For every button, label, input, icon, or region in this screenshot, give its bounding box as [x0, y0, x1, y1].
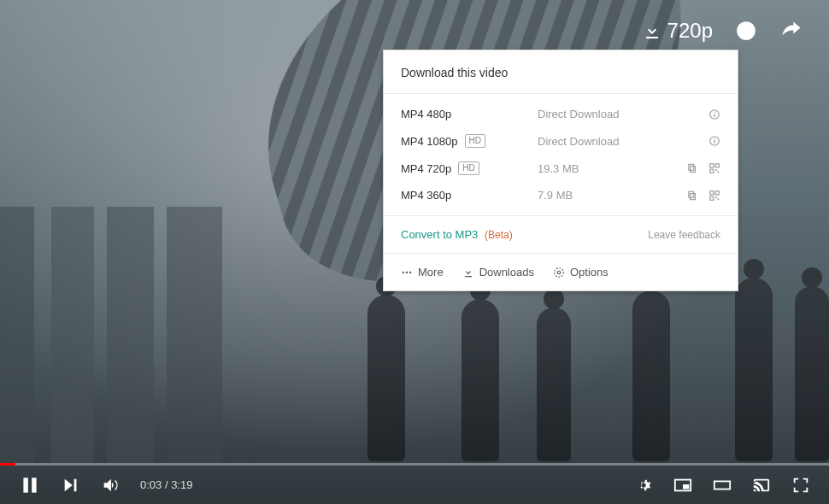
share-button[interactable] [779, 19, 803, 43]
format-label: MP4 720p [401, 162, 451, 175]
svg-rect-12 [718, 172, 720, 173]
background-graphic [462, 299, 499, 461]
svg-point-20 [403, 271, 404, 273]
feedback-link[interactable]: Leave feedback [648, 229, 720, 241]
download-panel: Download this video MP4 480p Direct Down… [383, 50, 738, 291]
hd-badge: HD [465, 134, 485, 148]
miniplayer-icon [673, 476, 692, 495]
background-graphic [537, 308, 571, 461]
svg-point-22 [409, 271, 411, 273]
svg-rect-10 [710, 169, 714, 173]
options-button[interactable]: Options [553, 266, 609, 278]
theater-button[interactable] [713, 476, 732, 495]
svg-rect-8 [710, 164, 714, 167]
format-row[interactable]: MP4 360p 7.9 MB [384, 182, 738, 208]
beta-label: (Beta) [485, 229, 513, 241]
panel-title: Download this video [384, 50, 738, 94]
svg-rect-4 [714, 140, 714, 144]
download-quality-button[interactable]: 720p [642, 19, 713, 43]
share-icon [779, 19, 803, 43]
downloads-label: Downloads [479, 266, 534, 278]
size-label: 7.9 MB [538, 189, 686, 202]
format-row[interactable]: MP4 720p HD 19.3 MB [384, 155, 738, 182]
svg-rect-19 [718, 198, 720, 200]
size-label: 19.3 MB [538, 162, 686, 175]
time-display: 0:03 / 3:19 [140, 478, 192, 491]
clock-icon [735, 20, 757, 42]
volume-button[interactable] [101, 476, 120, 495]
more-label: More [418, 266, 444, 278]
format-label: MP4 1080p [401, 135, 458, 148]
format-label: MP4 360p [401, 189, 451, 202]
next-icon [62, 476, 80, 495]
cast-button[interactable] [752, 476, 771, 495]
fullscreen-icon [791, 476, 810, 495]
svg-rect-5 [714, 138, 714, 139]
cast-icon [752, 476, 771, 495]
svg-rect-16 [715, 190, 719, 194]
svg-rect-2 [714, 111, 714, 112]
format-row[interactable]: MP4 1080p HD Direct Download [384, 127, 738, 155]
convert-mp3-link[interactable]: Convert to MP3 [401, 228, 478, 241]
svg-rect-15 [710, 190, 714, 194]
info-icon[interactable] [708, 108, 720, 120]
svg-point-24 [555, 267, 564, 277]
size-label: Direct Download [538, 108, 708, 120]
background-graphic [632, 290, 670, 461]
svg-rect-25 [23, 478, 27, 492]
pause-button[interactable] [19, 474, 41, 496]
gear-icon [553, 267, 565, 278]
info-icon[interactable] [708, 135, 720, 147]
settings-button[interactable] [634, 476, 653, 495]
svg-rect-29 [714, 481, 730, 489]
svg-rect-7 [689, 164, 694, 170]
background-graphic [0, 207, 256, 463]
fullscreen-button[interactable] [791, 476, 810, 495]
theater-icon [713, 476, 732, 495]
svg-point-23 [557, 271, 561, 274]
copy-icon[interactable] [686, 162, 698, 174]
options-label: Options [570, 266, 609, 278]
svg-rect-28 [683, 484, 689, 489]
controls-bar: 0:03 / 3:19 [0, 466, 829, 504]
format-label: MP4 480p [401, 108, 451, 120]
svg-rect-9 [715, 164, 719, 167]
svg-point-21 [406, 271, 408, 273]
volume-icon [101, 476, 120, 495]
svg-rect-26 [32, 478, 36, 492]
dots-icon [401, 267, 413, 278]
svg-rect-18 [715, 196, 717, 198]
download-icon [642, 21, 662, 41]
format-list: MP4 480p Direct Download MP4 1080p HD Di… [384, 94, 738, 215]
svg-rect-6 [691, 167, 696, 173]
qr-icon[interactable] [708, 162, 720, 174]
svg-rect-1 [714, 113, 714, 116]
downloads-button[interactable]: Downloads [462, 266, 534, 278]
gear-icon [634, 476, 653, 495]
pause-icon [19, 474, 41, 496]
download-icon [462, 267, 474, 278]
panel-footer: More Downloads Options [384, 253, 738, 290]
background-graphic [795, 286, 829, 461]
top-overlay: 720p [642, 19, 803, 43]
copy-icon[interactable] [686, 190, 698, 202]
svg-rect-11 [715, 169, 717, 171]
watch-later-button[interactable] [735, 20, 757, 42]
video-player: 720p Download this video MP4 480p Direct… [0, 0, 829, 504]
quality-label: 720p [667, 19, 713, 43]
hd-badge: HD [458, 161, 479, 175]
svg-rect-17 [710, 196, 714, 200]
format-row[interactable]: MP4 480p Direct Download [384, 101, 738, 127]
size-label: Direct Download [538, 135, 708, 148]
svg-rect-14 [689, 191, 694, 197]
next-button[interactable] [62, 476, 80, 495]
background-graphic [367, 295, 405, 461]
background-graphic [735, 278, 773, 461]
svg-rect-13 [691, 193, 696, 199]
miniplayer-button[interactable] [673, 476, 692, 495]
more-button[interactable]: More [401, 266, 444, 278]
convert-row: Convert to MP3 (Beta) Leave feedback [384, 215, 738, 253]
qr-icon[interactable] [708, 190, 720, 202]
